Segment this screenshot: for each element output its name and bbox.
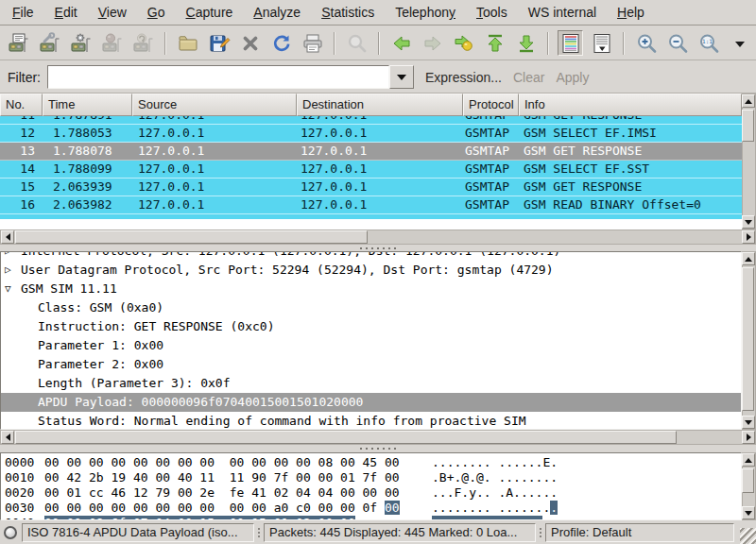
column-header-time[interactable]: Time [43,94,132,116]
list-interfaces-button[interactable] [6,30,31,56]
zoom-in-button[interactable] [633,30,659,56]
detail-line[interactable]: Status Word: Normal ending of command wi… [1,412,741,430]
expert-info-icon[interactable] [4,526,17,539]
iface-stop-icon [101,32,124,55]
expression-button[interactable]: Expression... [425,70,502,85]
packet-row[interactable]: 141.788099127.0.0.1127.0.0.1GSMTAPGSM SE… [0,161,756,178]
filter-history-dropdown[interactable] [389,65,414,89]
hex-bytes-text: 00 42 2b 19 40 00 40 11 11 90 7f 00 00 0… [44,470,400,484]
menu-telephony[interactable]: Telephony [385,1,466,24]
scroll-down-icon[interactable] [742,416,755,429]
scrollbar-thumb[interactable] [15,431,677,444]
column-header-info[interactable]: Info [519,94,742,116]
detail-line[interactable]: Length (Parameter 3): 0x0f [1,374,741,393]
scroll-up-icon[interactable] [742,94,755,108]
detail-line[interactable]: Parameter 1: 0x00 [1,336,741,355]
detail-line[interactable]: Class: GSM (0xa0) [1,298,741,317]
packet-list-hscrollbar[interactable] [0,230,756,245]
go-first-packet-button[interactable] [482,30,507,56]
scroll-up-icon[interactable] [742,252,755,265]
menu-help[interactable]: Help [607,1,655,24]
expand-triangle-icon[interactable]: ▷ [5,251,19,261]
cell-protocol: GSMTAP [463,116,519,125]
statusbar-grip[interactable] [258,528,260,537]
zoom-100-button[interactable]: 1:1 [696,30,721,56]
expand-triangle-icon[interactable]: ▷ [5,261,19,280]
scroll-left-icon[interactable] [1,431,14,444]
menu-statistics[interactable]: Statistics [311,1,385,24]
save-capture-file-button[interactable] [206,30,232,56]
scrollbar-thumb[interactable] [742,110,754,142]
scroll-right-icon[interactable] [742,230,755,244]
statusbar: ISO 7816-4 APDU Data Payload (iso... Pac… [0,520,756,544]
start-capture-button[interactable] [68,30,94,56]
window-resize-grip[interactable] [740,528,756,544]
hex-offset: 0000 [1,455,44,470]
menu-analyze[interactable]: Analyze [243,1,311,24]
scrollbar-thumb[interactable] [742,267,754,411]
toolbar-overflow-button[interactable] [731,30,748,56]
filter-input[interactable] [47,65,389,89]
go-to-packet-button[interactable] [451,30,476,56]
packet-row[interactable] [0,214,756,219]
auto-scroll-button[interactable] [589,30,614,56]
scrollbar-thumb[interactable] [15,230,368,244]
column-header-protocol[interactable]: Protocol [463,94,519,116]
autoscroll-icon [591,32,613,55]
detail-line[interactable]: Parameter 2: 0x00 [1,355,741,374]
cell-info: GSM GET RESPONSE [519,116,756,125]
colorize-packets-button[interactable] [558,30,583,56]
menu-ws-internal[interactable]: WS internal [518,1,607,24]
menu-capture[interactable]: Capture [176,1,244,24]
reload-capture-file-button[interactable] [268,30,294,56]
hex-row[interactable]: 003000 00 00 00 00 00 00 00 00 00 a0 c0 … [1,501,741,516]
menu-tools[interactable]: Tools [466,1,518,24]
packet-bytes-vscrollbar[interactable] [742,452,756,520]
hex-row[interactable]: 002000 01 cc 46 12 79 00 2e fe 41 02 04 … [1,485,741,501]
packet-list-vscrollbar[interactable] [742,94,756,230]
scroll-left-icon[interactable] [1,230,14,244]
pane-splitter[interactable] [0,445,756,452]
statusbar-grip[interactable] [540,528,541,537]
detail-line[interactable]: ▽GSM SIM 11.11 [1,280,741,298]
scroll-up-icon[interactable] [742,453,755,467]
menu-edit[interactable]: Edit [44,1,88,24]
detail-text: Instruction: GET RESPONSE (0xc0) [38,319,274,333]
detail-line[interactable]: APDU Payload: 000000096f0704001500150102… [1,393,741,412]
packet-details-vscrollbar[interactable] [742,251,756,430]
packet-row[interactable]: 152.063939127.0.0.1127.0.0.1GSMTAPGSM GE… [0,178,756,196]
detail-line[interactable]: Instruction: GET RESPONSE (0xc0) [1,317,741,336]
close-capture-file-button[interactable] [237,30,263,56]
print-button[interactable] [300,30,325,56]
pane-splitter[interactable] [0,245,756,251]
clear-button: Clear [513,70,544,85]
column-header-source[interactable]: Source [132,94,297,116]
open-capture-file-button[interactable] [175,30,200,56]
packet-row[interactable]: 131.788078127.0.0.1127.0.0.1GSMTAPGSM GE… [0,143,756,161]
hex-row[interactable]: 000000 00 00 00 00 00 00 00 00 00 00 00 … [1,455,741,470]
scroll-down-icon[interactable] [742,506,755,519]
collapse-triangle-icon[interactable]: ▽ [5,280,19,298]
column-header-destination[interactable]: Destination [297,94,463,116]
detail-line[interactable]: ▷User Datagram Protocol, Src Port: 52294… [1,261,741,280]
packet-row[interactable]: 162.063982127.0.0.1127.0.0.1GSMTAPGSM RE… [0,196,756,214]
column-header-no[interactable]: No. [0,94,43,116]
detail-line[interactable]: ▷Internet Protocol, Src: 127.0.0.1 (127.… [1,251,741,261]
menu-view[interactable]: View [88,1,137,24]
detail-text: Parameter 1: 0x00 [38,338,163,352]
scroll-down-icon[interactable] [742,215,755,229]
go-back-button[interactable] [388,30,414,56]
cell-protocol: GSMTAP [463,178,519,196]
zoom-out-button[interactable] [664,30,690,56]
capture-options-button[interactable] [37,30,62,56]
hex-row[interactable]: 001000 42 2b 19 40 00 40 11 11 90 7f 00 … [1,470,741,485]
scroll-right-icon[interactable] [742,431,755,444]
packet-row[interactable]: 111.787891127.0.0.1127.0.0.1GSMTAPGSM GE… [0,116,756,125]
menu-file[interactable]: File [2,1,44,24]
menu-go[interactable]: Go [137,1,176,24]
go-last-packet-button[interactable] [513,30,539,56]
scrollbar-thumb[interactable] [742,468,754,493]
packet-details-hscrollbar[interactable] [0,430,756,445]
packet-row[interactable]: 121.788053127.0.0.1127.0.0.1GSMTAPGSM SE… [0,125,756,143]
cell-source: 127.0.0.1 [132,161,297,178]
